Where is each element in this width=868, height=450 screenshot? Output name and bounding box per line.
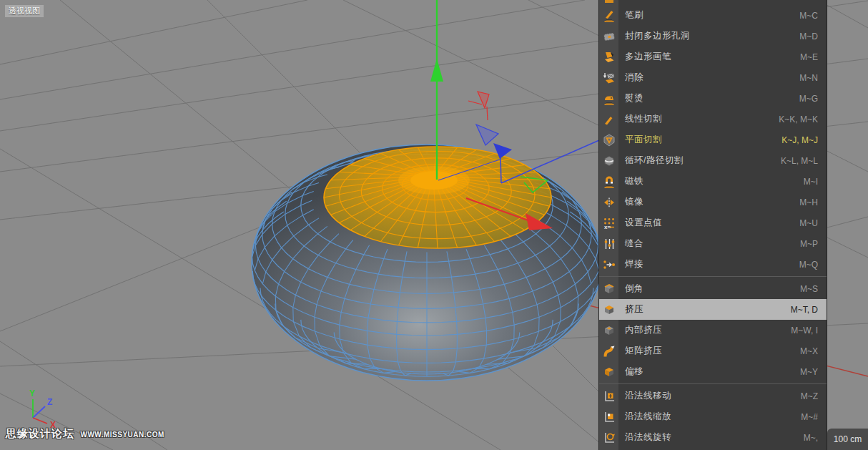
inner-extrude-icon [599, 323, 618, 338]
menu-item-label: 消除 [618, 72, 799, 84]
menu-item-brush[interactable]: 笔刷M~C [599, 5, 827, 26]
menu-item-shortcut: M~# [801, 412, 827, 422]
menu-item-shortcut: M~W, I [791, 326, 827, 336]
menu-item-iron[interactable]: 熨烫M~G [599, 88, 827, 109]
menu-item-shortcut: M~H [799, 197, 827, 207]
menu-item-loop-path-cut[interactable]: 循环/路径切割K~L, M~L [599, 150, 827, 171]
menu-item-polygon-pen[interactable]: 多边形画笔M~E [599, 47, 827, 67]
axis-z-label: Z [47, 397, 52, 407]
menu-item-plane-cut[interactable]: 平面切割K~J, M~J [599, 129, 827, 150]
normal-scale-icon [599, 410, 618, 424]
menu-item-shortcut: M~S [800, 284, 827, 294]
menu-item-shortcut: M~I [804, 177, 827, 187]
menu-item-shortcut: M~Y [800, 367, 827, 377]
menu-item-shortcut: M~C [799, 11, 827, 21]
normal-rotate-icon [599, 431, 618, 445]
menu-item-shortcut: M~P [800, 239, 827, 249]
menu-item-normal-scale[interactable]: 沿法线缩放M~# [599, 406, 827, 427]
menu-item-stitch[interactable]: 缝合M~P [599, 233, 827, 254]
set-point-value-icon: x= [599, 216, 618, 230]
watermark: 思缘设计论坛 WWW.MISSYUAN.COM [6, 427, 164, 441]
menu-clipped-top-row [599, 0, 827, 5]
mirror-icon [599, 195, 618, 210]
menu-item-label: 缝合 [618, 238, 800, 250]
menu-item-shortcut: M~D [799, 31, 827, 41]
menu-item-extrude[interactable]: 挤压M~T, D [599, 299, 827, 320]
menu-item-label: 笔刷 [618, 9, 799, 21]
menu-item-shortcut: M~N [799, 73, 827, 83]
menu-item-dissolve[interactable]: 消除M~N [599, 67, 827, 88]
context-menu: 笔刷M~C封闭多边形孔洞M~D多边形画笔M~E消除M~N熨烫M~G线性切割K~K… [598, 0, 827, 450]
watermark-site-name: 思缘设计论坛 [6, 427, 74, 439]
scale-indicator: 100 cm [827, 429, 868, 450]
menu-item-shortcut: M~X [800, 346, 827, 356]
menu-item-label: 磁铁 [618, 175, 804, 187]
offset-icon [599, 365, 618, 379]
menu-item-inner-extrude[interactable]: 内部挤压M~W, I [599, 320, 827, 341]
sphere-object[interactable] [252, 145, 602, 381]
menu-item-shortcut: M~Q [799, 260, 827, 270]
menu-item-label: 内部挤压 [618, 324, 791, 336]
menu-item-shortcut: K~L, M~L [781, 156, 827, 166]
menu-item-label: 矩阵挤压 [618, 345, 800, 357]
menu-item-label: 熨烫 [618, 92, 799, 104]
weld-icon [599, 258, 618, 272]
menu-item-line-cut[interactable]: 线性切割K~K, M~K [599, 109, 827, 129]
view-mode-label[interactable]: 透视视图 [5, 5, 44, 17]
menu-item-label: 循环/路径切割 [618, 155, 781, 167]
menu-item-matrix-extrude[interactable]: 矩阵挤压M~X [599, 341, 827, 361]
magnet-icon [599, 175, 618, 189]
menu-item-label: 封闭多边形孔洞 [618, 30, 799, 42]
menu-item-label: 挤压 [618, 303, 791, 316]
loop-path-cut-icon [599, 154, 618, 168]
line-cut-icon [599, 112, 618, 127]
menu-item-shortcut: M~U [799, 218, 827, 228]
matrix-extrude-icon [599, 344, 618, 358]
brush-icon [599, 9, 618, 23]
menu-item-shortcut: M~Z [801, 391, 827, 401]
plane-cut-icon [599, 133, 618, 147]
menu-item-shortcut: K~J, M~J [781, 135, 827, 145]
menu-item-offset[interactable]: 偏移M~Y [599, 361, 827, 382]
menu-item-label: 偏移 [618, 366, 800, 378]
extrude-icon [599, 303, 618, 317]
menu-item-shortcut: M~, [804, 433, 827, 443]
menu-item-label: 线性切割 [618, 113, 779, 125]
clipped-icon [605, 0, 613, 3]
menu-item-magnet[interactable]: 磁铁M~I [599, 171, 827, 192]
menu-item-label: 焊接 [618, 258, 799, 270]
menu-item-label: 沿法线缩放 [618, 411, 801, 423]
menu-item-label: 平面切割 [618, 134, 781, 146]
stitch-icon [599, 237, 618, 251]
menu-item-mirror[interactable]: 镜像M~H [599, 192, 827, 212]
menu-item-shortcut: M~T, D [791, 305, 827, 315]
iron-icon [599, 92, 618, 106]
menu-item-shortcut: M~G [799, 94, 827, 104]
watermark-site-url: WWW.MISSYUAN.COM [80, 431, 164, 439]
close-polygon-hole-icon [599, 29, 618, 44]
dissolve-icon [599, 71, 618, 85]
menu-item-shortcut: K~K, M~K [779, 114, 827, 124]
menu-item-bevel[interactable]: 倒角M~S [599, 278, 827, 299]
menu-item-set-point-value[interactable]: x=设置点值M~U [599, 212, 827, 233]
menu-item-label: 镜像 [618, 196, 799, 208]
normal-move-icon [599, 389, 618, 403]
menu-item-label: 多边形画笔 [618, 51, 800, 63]
polygon-pen-icon [599, 50, 618, 64]
menu-item-shortcut: M~E [800, 52, 827, 62]
menu-item-label: 沿法线旋转 [618, 431, 804, 444]
pole-selection-disc [410, 171, 458, 190]
menu-item-close-polygon-hole[interactable]: 封闭多边形孔洞M~D [599, 26, 827, 47]
axis-y-label: Y [29, 388, 35, 398]
menu-item-label: 沿法线移动 [618, 390, 801, 402]
menu-item-label: 倒角 [618, 283, 800, 295]
menu-item-weld[interactable]: 焊接M~Q [599, 254, 827, 275]
bevel-icon [599, 282, 618, 296]
menu-item-normal-move[interactable]: 沿法线移动M~Z [599, 386, 827, 406]
menu-item-normal-rotate[interactable]: 沿法线旋转M~, [599, 427, 827, 448]
menu-item-label: 设置点值 [618, 217, 799, 229]
